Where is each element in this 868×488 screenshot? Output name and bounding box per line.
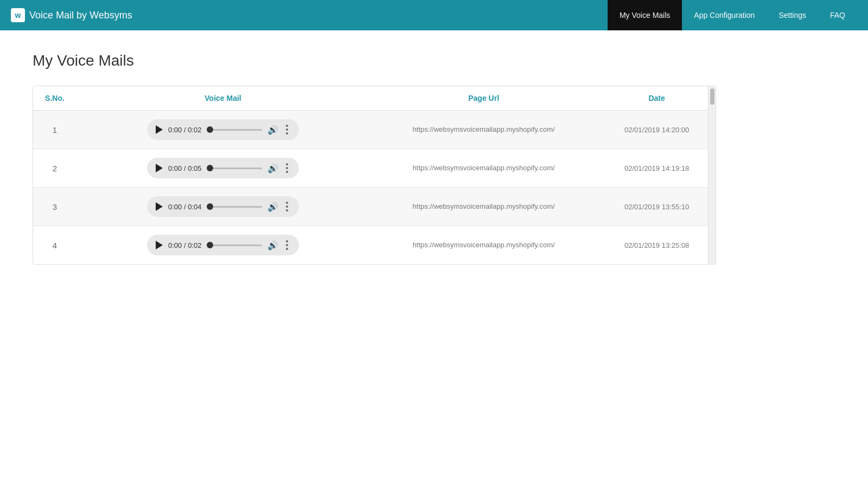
brand-icon: w [11,8,25,22]
time-display: 0:00 / 0:05 [168,164,201,172]
scrollbar-thumb [710,88,714,105]
col-header-voicemail: Voice Mail [76,86,369,111]
progress-dot [207,203,213,210]
cell-sno: 4 [33,226,76,265]
cell-voicemail: 0:00 / 0:05🔊 [76,149,369,188]
table-body: 10:00 / 0:02🔊https://websymsvoicemailapp… [33,111,716,265]
progress-bar[interactable] [207,165,262,171]
cell-date: 02/01/2019 14:19:18 [598,149,716,188]
progress-track [213,206,262,208]
volume-icon[interactable]: 🔊 [267,202,278,212]
table-row: 20:00 / 0:05🔊https://websymsvoicemailapp… [33,149,716,188]
time-display: 0:00 / 0:04 [168,203,201,211]
voicemail-table-wrapper: S.No. Voice Mail Page Url Date 10:00 / 0… [33,86,716,265]
col-header-date: Date [598,86,716,111]
nav-my-voice-mails[interactable]: My Voice Mails [608,0,682,30]
col-header-pageurl: Page Url [369,86,598,111]
nav-faq[interactable]: FAQ [818,0,857,30]
cell-pageurl: https://websymsvoicemailapp.myshopify.co… [369,111,598,149]
cell-voicemail: 0:00 / 0:02🔊 [76,226,369,265]
scrollbar[interactable] [708,86,716,264]
play-button[interactable] [156,241,163,249]
more-button[interactable] [284,239,290,251]
play-button[interactable] [156,164,163,172]
volume-icon[interactable]: 🔊 [267,240,278,251]
brand-name: Voice Mail by Websyms [29,10,132,21]
progress-bar[interactable] [207,126,262,133]
cell-voicemail: 0:00 / 0:04🔊 [76,188,369,226]
progress-dot [207,165,213,171]
navigation: w Voice Mail by Websyms My Voice Mails A… [0,0,868,30]
cell-pageurl: https://websymsvoicemailapp.myshopify.co… [369,226,598,265]
time-display: 0:00 / 0:02 [168,241,201,249]
cell-pageurl: https://websymsvoicemailapp.myshopify.co… [369,149,598,188]
table-header: S.No. Voice Mail Page Url Date [33,86,716,111]
progress-track [213,129,262,131]
progress-dot [207,126,213,133]
play-button[interactable] [156,202,163,211]
page-title: My Voice Mails [33,52,835,69]
progress-dot [207,242,213,248]
volume-icon[interactable]: 🔊 [267,163,278,174]
cell-pageurl: https://websymsvoicemailapp.myshopify.co… [369,188,598,226]
nav-links: My Voice Mails App Configuration Setting… [608,0,857,30]
progress-bar[interactable] [207,242,262,248]
main-content: My Voice Mails S.No. Voice Mail Page Url… [0,30,868,488]
audio-player: 0:00 / 0:04🔊 [147,196,299,217]
table-row: 40:00 / 0:02🔊https://websymsvoicemailapp… [33,226,716,265]
nav-app-configuration[interactable]: App Configuration [682,0,767,30]
cell-date: 02/01/2019 13:55:10 [598,188,716,226]
table-row: 10:00 / 0:02🔊https://websymsvoicemailapp… [33,111,716,149]
play-button[interactable] [156,125,163,134]
volume-icon[interactable]: 🔊 [267,125,278,135]
progress-track [213,245,262,246]
cell-date: 02/01/2019 14:20:00 [598,111,716,149]
cell-date: 02/01/2019 13:25:08 [598,226,716,265]
progress-bar[interactable] [207,203,262,210]
col-header-sno: S.No. [33,86,76,111]
audio-player: 0:00 / 0:02🔊 [147,119,299,140]
progress-track [213,168,262,169]
cell-voicemail: 0:00 / 0:02🔊 [76,111,369,149]
brand: w Voice Mail by Websyms [11,8,608,22]
cell-sno: 1 [33,111,76,149]
more-button[interactable] [284,201,290,213]
cell-sno: 2 [33,149,76,188]
table-row: 30:00 / 0:04🔊https://websymsvoicemailapp… [33,188,716,226]
more-button[interactable] [284,124,290,136]
voicemail-table: S.No. Voice Mail Page Url Date 10:00 / 0… [33,86,716,264]
more-button[interactable] [284,162,290,174]
audio-player: 0:00 / 0:05🔊 [147,158,299,178]
audio-player: 0:00 / 0:02🔊 [147,235,299,255]
nav-settings[interactable]: Settings [767,0,818,30]
cell-sno: 3 [33,188,76,226]
time-display: 0:00 / 0:02 [168,126,201,134]
